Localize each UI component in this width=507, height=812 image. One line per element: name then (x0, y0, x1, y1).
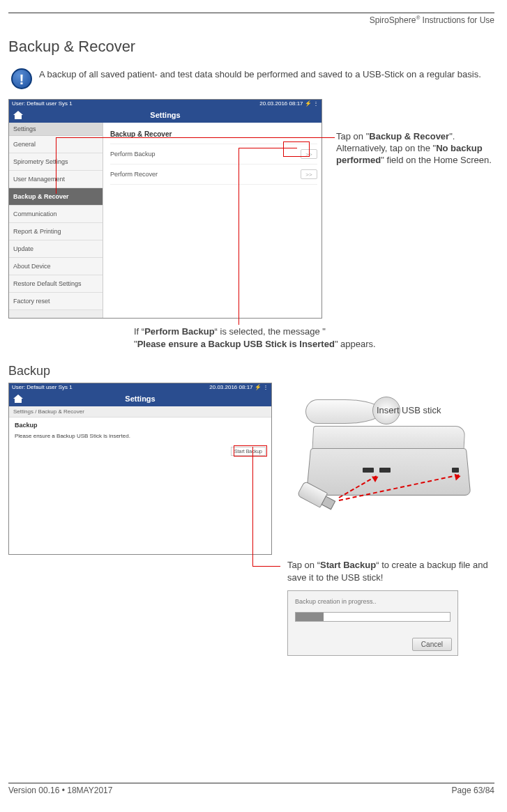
sidebar-item-about[interactable]: About Device (9, 258, 103, 275)
callout-backup-recover: Tap on "Backup & Recover". Alternatively… (336, 99, 494, 167)
progress-dialog: Backup creation in progress.. Cancel (287, 590, 458, 656)
info-text: A backup of all saved patient- and test … (39, 68, 481, 81)
sidebar-item-report-printing[interactable]: Report & Printing (9, 223, 103, 240)
sidebar-head: Settings (9, 123, 103, 136)
breadcrumb: Settings / Backup & Recover (9, 406, 271, 418)
backup-heading-inner: Backup (15, 422, 266, 429)
row-perform-recover[interactable]: Perform Recover >> (110, 164, 317, 185)
sidebar-item-factory-reset[interactable]: Factory reset (9, 293, 103, 310)
backup-message: Please ensure a Backup USB Stick is inse… (15, 433, 266, 439)
start-backup-button[interactable]: Start Backup (231, 447, 266, 456)
title-bar: Settings (9, 391, 271, 406)
doc-header: SpiroSphere® Instructions for Use (8, 15, 494, 25)
title-bar: Settings (9, 107, 321, 123)
progress-bar (295, 612, 451, 622)
settings-screenshot: User: Default user Sys 1 20.03.2016 08:1… (8, 99, 322, 319)
screen-title: Settings (9, 111, 321, 119)
footer-page: Page 63/84 (452, 786, 494, 795)
footer-version: Version 00.16 • 18MAY2017 (8, 786, 112, 795)
sidebar-item-update[interactable]: Update (9, 240, 103, 258)
chevron-right-icon: >> (301, 149, 317, 159)
status-bar: User: Default user Sys 1 20.03.2016 08:1… (9, 383, 271, 391)
progress-message: Backup creation in progress.. (295, 598, 451, 605)
backup-screenshot: User: Default user Sys 1 20.03.2016 08:1… (8, 383, 272, 555)
sidebar-item-restore-defaults[interactable]: Restore Default Settings (9, 275, 103, 293)
sidebar-item-communication[interactable]: Communication (9, 206, 103, 223)
cancel-button[interactable]: Cancel (412, 638, 452, 651)
backup-heading: Backup (8, 364, 494, 378)
callout-start-backup: Tap on “Start Backup“ to create a backup… (287, 559, 494, 583)
page-title: Backup & Recover (8, 38, 494, 56)
status-bar: User: Default user Sys 1 20.03.2016 08:1… (9, 100, 321, 107)
callout-perform-backup-msg: If “Perform Backup“ is selected, the mes… (134, 325, 494, 350)
screen-title: Settings (9, 394, 271, 403)
info-icon (11, 68, 32, 89)
chevron-right-icon: >> (301, 169, 317, 179)
main-head: Backup & Recover (110, 127, 317, 144)
insert-usb-label: Insert USB stick (377, 405, 441, 415)
device-illustration: Insert USB stick (286, 385, 488, 518)
settings-main: Backup & Recover Perform Backup >> Perfo… (103, 123, 321, 318)
